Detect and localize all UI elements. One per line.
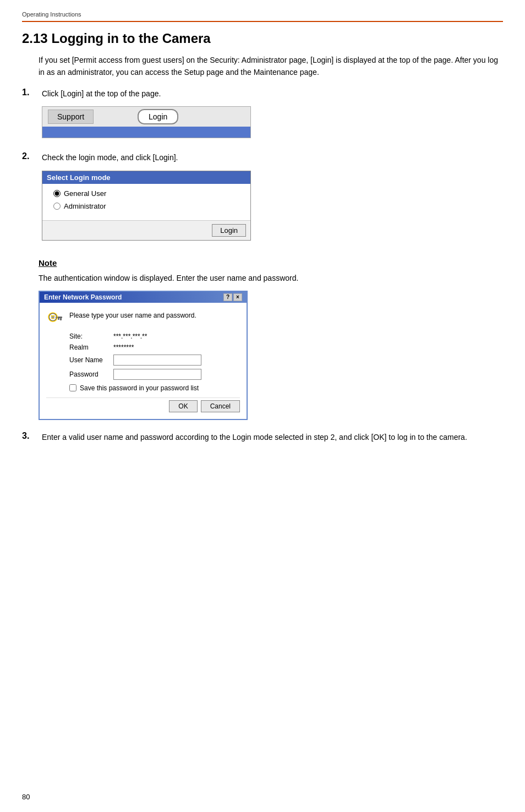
step-2-content: Check the login mode, and click [Login].…	[42, 151, 503, 247]
svg-rect-2	[56, 317, 62, 318]
password-label: Password	[69, 370, 113, 378]
save-password-checkbox[interactable]	[69, 384, 76, 391]
step-1-number: 1.	[22, 88, 39, 97]
pwd-btn-row: OK Cancel	[46, 397, 240, 412]
page-header: Operating Instructions	[22, 11, 503, 18]
password-input[interactable]	[113, 369, 201, 380]
step-1-text: Click [Login] at the top of the page.	[42, 88, 503, 100]
help-button[interactable]: ?	[223, 293, 232, 301]
lock-icon	[46, 309, 64, 327]
note-section: Note The authentication window is displa…	[39, 258, 503, 420]
login-btn-row: Login	[42, 220, 250, 240]
note-title: Note	[39, 258, 503, 268]
username-label: User Name	[69, 356, 113, 364]
section-title: 2.13 Logging in to the Camera	[22, 31, 503, 46]
username-row[interactable]: User Name	[69, 355, 240, 366]
svg-point-6	[53, 315, 55, 317]
general-user-row[interactable]: General User	[53, 189, 239, 198]
login-button[interactable]: Login	[212, 224, 246, 237]
pwd-fields: Site: ***.***.***.** Realm ******** User…	[69, 333, 240, 380]
login-button-screenshot: Login	[138, 109, 178, 124]
administrator-row[interactable]: Administrator	[53, 202, 239, 210]
close-button[interactable]: ×	[233, 293, 242, 301]
step-3: 3. Enter a valid user name and password …	[22, 431, 503, 450]
general-user-radio[interactable]	[53, 190, 61, 197]
network-password-dialog: Enter Network Password ? ×	[39, 291, 248, 420]
svg-rect-4	[58, 318, 59, 320]
titlebar-controls: ? ×	[223, 293, 242, 301]
administrator-label: Administrator	[64, 202, 106, 210]
step-3-number: 3.	[22, 431, 39, 441]
support-button-screenshot: Support	[48, 110, 94, 124]
ui-bar-blue-strip	[42, 127, 250, 138]
pwd-header-row: Please type your user name and password.	[46, 309, 240, 327]
step-2-text: Check the login mode, and click [Login].	[42, 151, 503, 164]
save-password-label: Save this password in your password list	[80, 384, 199, 392]
svg-rect-3	[60, 318, 62, 320]
administrator-radio[interactable]	[53, 203, 61, 210]
network-pwd-titlebar: Enter Network Password ? ×	[40, 292, 247, 303]
site-label: Site:	[69, 333, 113, 340]
step-1: 1. Click [Login] at the top of the page.…	[22, 88, 503, 140]
step-3-text: Enter a valid user name and password acc…	[42, 431, 503, 443]
page-number: 80	[22, 793, 30, 801]
site-value: ***.***.***.**	[113, 333, 147, 340]
username-input[interactable]	[113, 355, 201, 366]
pwd-header-text: Please type your user name and password.	[69, 312, 196, 319]
realm-label: Realm	[69, 344, 113, 351]
ok-button[interactable]: OK	[169, 400, 197, 412]
realm-row: Realm ********	[69, 344, 240, 351]
intro-text: If you set [Permit access from guest use…	[39, 54, 503, 79]
network-pwd-title: Enter Network Password	[44, 293, 122, 301]
step-3-content: Enter a valid user name and password acc…	[42, 431, 503, 450]
password-row[interactable]: Password	[69, 369, 240, 380]
top-divider	[22, 21, 503, 22]
select-login-header: Select Login mode	[42, 171, 250, 184]
step-1-content: Click [Login] at the top of the page. Su…	[42, 88, 503, 140]
select-login-dialog: Select Login mode General User Administr…	[42, 171, 251, 241]
step-2-number: 2.	[22, 151, 39, 161]
select-login-body: General User Administrator	[42, 184, 250, 220]
site-row: Site: ***.***.***.**	[69, 333, 240, 340]
realm-value: ********	[113, 344, 134, 351]
general-user-label: General User	[64, 189, 106, 198]
ui-bar-screenshot: Support Login	[42, 106, 251, 138]
step-2: 2. Check the login mode, and click [Logi…	[22, 151, 503, 247]
save-password-row[interactable]: Save this password in your password list	[69, 384, 240, 392]
note-text: The authentication window is displayed. …	[39, 272, 503, 284]
network-pwd-body: Please type your user name and password.…	[40, 303, 247, 419]
ui-bar-top: Support Login	[42, 107, 250, 127]
cancel-button[interactable]: Cancel	[201, 400, 240, 412]
svg-point-5	[51, 315, 53, 317]
